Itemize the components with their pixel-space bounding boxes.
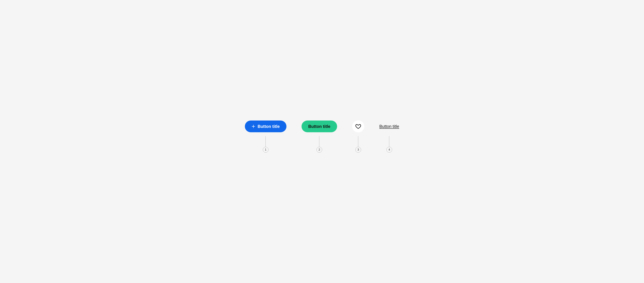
secondary-button-label: Button title <box>308 124 330 129</box>
primary-button[interactable]: Button title <box>245 121 286 132</box>
heart-icon <box>355 124 361 129</box>
link-button[interactable]: Button title <box>379 124 399 129</box>
primary-button-label: Button title <box>258 124 280 129</box>
button-slot <box>352 120 364 132</box>
annotation-badge: 2 <box>316 147 322 153</box>
example-2: Button title 2 <box>302 120 337 153</box>
button-slot: Button title <box>245 120 286 132</box>
button-slot: Button title <box>302 120 337 132</box>
annotation-3: 3 <box>355 136 361 153</box>
secondary-button[interactable]: Button title <box>302 121 337 132</box>
annotation-badge: 1 <box>263 147 268 153</box>
annotation-badge: 3 <box>355 147 361 153</box>
annotation-badge: 4 <box>386 147 392 153</box>
annotation-line <box>389 136 389 147</box>
button-slot: Button title <box>379 120 399 132</box>
plus-icon <box>252 125 255 128</box>
link-button-label: Button title <box>379 124 399 129</box>
example-1: Button title 1 <box>245 120 286 153</box>
example-3: 3 <box>352 120 364 153</box>
annotation-2: 2 <box>316 136 322 153</box>
button-examples-row: Button title 1 Button title 2 <box>245 120 399 153</box>
annotation-1: 1 <box>263 136 268 153</box>
annotation-line <box>358 136 358 147</box>
annotation-line <box>266 136 266 147</box>
annotation-4: 4 <box>386 136 392 153</box>
icon-button[interactable] <box>352 120 364 132</box>
example-4: Button title 4 <box>379 120 399 153</box>
